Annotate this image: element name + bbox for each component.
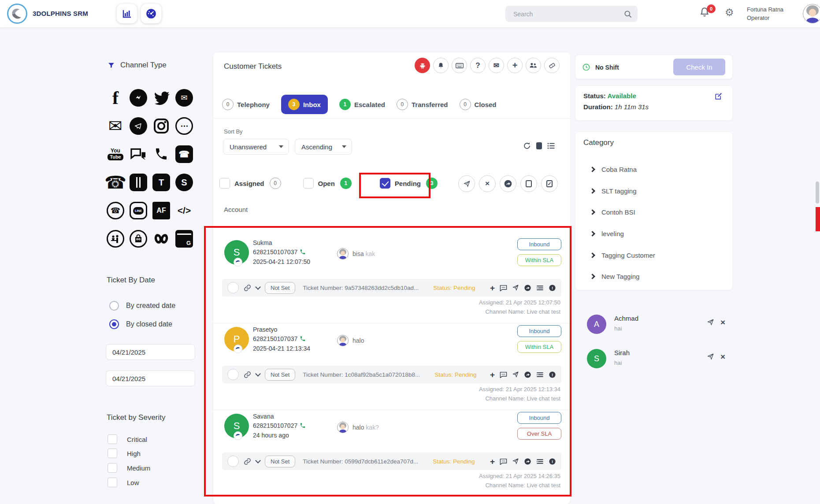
forward-button[interactable]	[500, 175, 516, 192]
channel-fax-icon[interactable]: ☎	[104, 168, 127, 196]
select-none-button[interactable]	[520, 175, 537, 192]
info-icon[interactable]: !	[549, 458, 556, 465]
dashboard-nav-button[interactable]	[141, 4, 161, 23]
severity-medium[interactable]: Medium	[108, 463, 150, 473]
stream-icon[interactable]	[536, 285, 544, 291]
tab-telephony[interactable]: 0Telephony	[222, 99, 270, 110]
close-icon[interactable]: ×	[720, 318, 725, 326]
add-icon[interactable]: +	[490, 371, 495, 379]
brand-logo-icon[interactable]	[7, 4, 27, 24]
channel-af-app-icon[interactable]: AF	[150, 196, 173, 225]
pending-checkbox[interactable]	[380, 178, 390, 189]
channel-facebook-icon[interactable]: f	[104, 84, 127, 112]
date-to-input[interactable]	[106, 371, 195, 386]
alerts-button[interactable]	[433, 58, 449, 73]
severity-low[interactable]: Low	[108, 478, 139, 487]
reports-nav-button[interactable]	[117, 4, 137, 23]
channel-walk-in-icon[interactable]	[104, 225, 127, 253]
channel-skype-icon[interactable]: S	[173, 168, 196, 196]
tab-escalated[interactable]: 1Escalated	[339, 99, 385, 110]
radio-by-created-date[interactable]: By created date	[109, 301, 175, 311]
category-item[interactable]: New Tagging	[590, 273, 639, 280]
ticket-button[interactable]	[544, 58, 560, 73]
ticket-select-radio[interactable]	[227, 282, 239, 293]
checkbox-icon[interactable]	[108, 478, 117, 487]
bot-button[interactable]	[415, 58, 430, 73]
tab-transferred[interactable]: 0Transferred	[397, 99, 448, 110]
list-view-icon[interactable]	[547, 142, 555, 149]
category-item[interactable]: SLT tagging	[590, 187, 637, 195]
chat-icon[interactable]	[500, 458, 507, 465]
assigned-checkbox[interactable]	[219, 178, 230, 189]
category-item[interactable]: Tagging Customer	[590, 252, 655, 259]
ticket-row[interactable]: P Prasetyo 6282150107037 2025-04-21 12:1…	[213, 323, 570, 410]
help-button[interactable]: ?	[470, 58, 486, 73]
category-item[interactable]: Contoh BSI	[590, 208, 635, 216]
channel-instagram-icon[interactable]	[150, 112, 173, 140]
stream-icon[interactable]	[536, 371, 544, 378]
channel-twitter-icon[interactable]	[150, 84, 173, 112]
severity-critical[interactable]: Critical	[108, 434, 147, 444]
send-icon[interactable]	[512, 371, 519, 378]
forward-icon[interactable]	[524, 458, 531, 465]
tab-inbox[interactable]: 3Inbox	[281, 95, 328, 114]
link-icon[interactable]	[244, 458, 251, 465]
category-not-set-button[interactable]: Not Set	[265, 282, 295, 294]
info-icon[interactable]: !	[549, 284, 556, 292]
channel-shopping-bag-icon[interactable]	[127, 225, 150, 253]
sort-field-select[interactable]: Unanswered	[223, 139, 289, 155]
send-icon[interactable]	[707, 353, 714, 360]
ticket-row[interactable]: S Savana 6282150107027 24 hours ago halo…	[213, 410, 570, 497]
send-button[interactable]	[458, 175, 475, 192]
info-icon[interactable]: !	[549, 371, 556, 378]
channel-news-app-icon[interactable]	[127, 168, 150, 196]
date-from-input[interactable]	[106, 344, 195, 360]
radio-by-closed-date[interactable]: By closed date	[109, 319, 172, 329]
forward-icon[interactable]	[524, 284, 531, 292]
chevron-down-icon[interactable]	[255, 284, 261, 290]
radio-selected-icon[interactable]	[109, 319, 119, 329]
ticket-select-radio[interactable]	[227, 369, 239, 380]
chat-icon[interactable]	[500, 371, 507, 378]
channel-ms-teams-icon[interactable]: T	[150, 168, 173, 196]
scrollbar-thumb[interactable]	[816, 182, 819, 204]
channel-messenger-icon[interactable]	[127, 84, 150, 112]
close-icon[interactable]: ×	[720, 352, 725, 361]
card-view-icon[interactable]	[536, 142, 542, 149]
contact-item[interactable]: S Sirah hai ×	[575, 348, 732, 376]
contact-item[interactable]: A Achmad hai ×	[575, 314, 732, 342]
channel-google-business-icon[interactable]: G	[173, 225, 196, 253]
user-avatar[interactable]	[803, 4, 820, 23]
forward-icon[interactable]	[524, 371, 531, 378]
edit-status-icon[interactable]	[714, 92, 723, 100]
ticket-select-radio[interactable]	[227, 456, 239, 467]
search-icon[interactable]	[623, 10, 632, 19]
stream-icon[interactable]	[536, 458, 544, 465]
chevron-down-icon[interactable]	[255, 458, 261, 463]
sort-direction-select[interactable]: Ascending	[295, 139, 352, 155]
send-icon[interactable]	[512, 458, 519, 465]
channel-comments-icon[interactable]	[127, 140, 150, 168]
channel-live-chat-icon[interactable]: ⋯	[173, 112, 196, 140]
settings-gear-icon[interactable]: ⚙	[725, 7, 734, 18]
category-item[interactable]: leveling	[590, 230, 624, 237]
channel-youtube-icon[interactable]: YouTube	[104, 140, 127, 168]
ticket-row[interactable]: S Sukma 6282150107037 2025-04-21 12:07:5…	[213, 237, 570, 323]
checkbox-icon[interactable]	[108, 448, 117, 458]
add-button[interactable]: +	[507, 58, 523, 73]
check-in-button[interactable]: Check In	[673, 59, 725, 75]
radio-icon[interactable]	[109, 301, 119, 311]
mail-button[interactable]: ✉	[489, 58, 504, 73]
add-icon[interactable]: +	[490, 284, 495, 292]
checkbox-icon[interactable]	[108, 463, 117, 473]
channel-api-code-icon[interactable]: </>	[173, 196, 196, 225]
severity-high[interactable]: High	[108, 448, 141, 458]
group-button[interactable]	[526, 58, 541, 73]
select-all-button[interactable]: ✓	[541, 175, 558, 192]
chevron-down-icon[interactable]	[255, 371, 261, 377]
close-ticket-button[interactable]: ×	[479, 175, 496, 192]
keyboard-button[interactable]	[452, 58, 467, 73]
channel-marketplace-icon[interactable]	[150, 225, 173, 253]
checkbox-icon[interactable]	[108, 434, 117, 444]
chat-icon[interactable]	[500, 285, 507, 291]
